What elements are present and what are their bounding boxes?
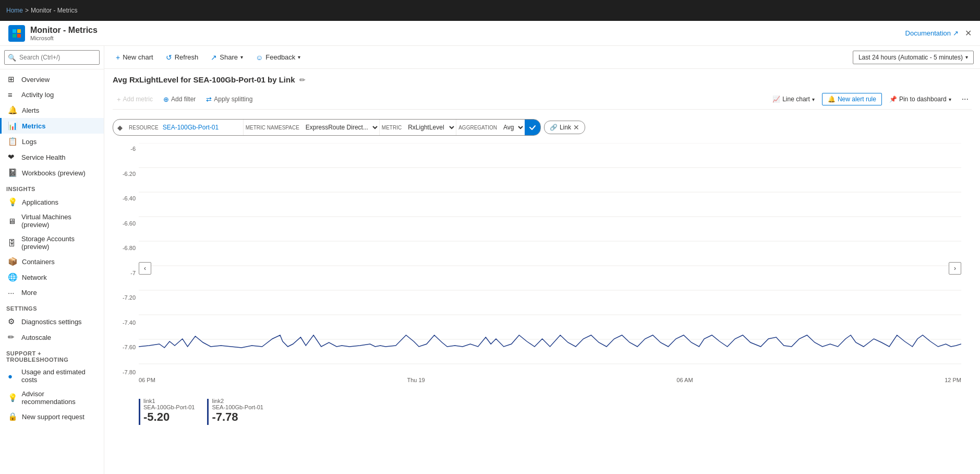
sidebar-item-servicehealth[interactable]: ❤ Service Health (0, 149, 104, 165)
chart-type-dropdown[interactable]: 📈 Line chart ▾ (768, 93, 819, 105)
app-logo (8, 25, 25, 42)
metric-namespace-select[interactable]: ExpressRoute Direct... (301, 120, 379, 135)
more-options-button[interactable]: ··· (959, 92, 972, 106)
chart-toolbar-right: 📈 Line chart ▾ 🔔 New alert rule 📌 Pin to… (768, 92, 972, 106)
breadcrumb-home[interactable]: Home (6, 7, 23, 14)
add-filter-button[interactable]: ⊕ Add filter (159, 93, 200, 105)
metric-scope-icon: ◆ (113, 124, 127, 132)
link-filter-badge[interactable]: 🔗 Link ✕ (544, 121, 585, 134)
metric-selector-outline: ◆ RESOURCE METRIC NAMESPACE ExpressRoute… (113, 119, 541, 136)
sidebar-item-network[interactable]: 🌐 Network (0, 269, 104, 285)
close-button[interactable]: ✕ (965, 28, 972, 38)
y-label-6: -7.20 (123, 294, 136, 301)
app-title: Monitor - Metrics (30, 26, 98, 35)
containers-icon: 📦 (8, 257, 18, 266)
refresh-button[interactable]: ↺ Refresh (161, 51, 204, 64)
splitting-icon: ⇄ (206, 96, 212, 103)
linechart-icon: 📈 (772, 96, 780, 103)
alerts-icon: 🔔 (8, 105, 18, 115)
vms-icon: 🖥 (8, 217, 17, 226)
sidebar-item-logs[interactable]: 📋 Logs (0, 134, 104, 149)
sidebar-item-alerts[interactable]: 🔔 Alerts (0, 102, 104, 118)
breadcrumb-sep: > (25, 7, 29, 14)
search-input[interactable] (4, 50, 100, 65)
metric-select[interactable]: RxLightLevel (404, 120, 456, 135)
new-chart-button[interactable]: + New chart (111, 51, 159, 64)
link-remove-icon[interactable]: ✕ (573, 123, 579, 132)
breadcrumb-current: Monitor - Metrics (31, 7, 77, 14)
metric-group: METRIC RxLightLevel (380, 120, 456, 135)
y-label-9: -7.80 (123, 369, 136, 375)
chart-legend: link1 SEA-100Gb-Port-01 -5.20 link2 SEA-… (113, 398, 972, 425)
sidebar-item-metrics[interactable]: 📊 Metrics (0, 118, 104, 134)
feedback-button[interactable]: ☺ Feedback ▾ (250, 51, 306, 64)
chart-wrapper: -6 -6.20 -6.40 -6.60 -6.80 -7 -7.20 -7.4… (113, 143, 972, 425)
y-label-5: -7 (130, 270, 136, 276)
chart-area: Avg RxLightLevel for SEA-100Gb-Port-01 b… (104, 69, 980, 474)
toolbar-right: Last 24 hours (Automatic - 5 minutes) ▾ (853, 51, 974, 64)
metric-selector: ◆ RESOURCE METRIC NAMESPACE ExpressRoute… (113, 115, 972, 140)
legend-info-0: link1 SEA-100Gb-Port-01 -5.20 (143, 398, 195, 424)
aggregation-group: AGGREGATION Avg (456, 120, 525, 135)
metrics-icon: 📊 (8, 121, 18, 131)
aggregation-select[interactable]: Avg (499, 120, 525, 135)
documentation-link[interactable]: Documentation ↗ (905, 29, 959, 37)
main-content: + New chart ↺ Refresh ↗ Share ▾ ☺ Feedba… (104, 46, 980, 474)
main-toolbar: + New chart ↺ Refresh ↗ Share ▾ ☺ Feedba… (104, 46, 980, 69)
share-button[interactable]: ↗ Share ▾ (205, 51, 248, 64)
sidebar-item-diagnostics[interactable]: ⚙ Diagnostics settings (0, 314, 104, 329)
chart-title-row: Avg RxLightLevel for SEA-100Gb-Port-01 b… (113, 75, 972, 84)
breadcrumb: Home > Monitor - Metrics (6, 7, 77, 14)
y-label-0: -6 (130, 146, 136, 152)
pin-dashboard-button[interactable]: 📌 Pin to dashboard ▾ (885, 93, 955, 105)
more-icon: ··· (8, 288, 17, 297)
y-label-2: -6.40 (123, 195, 136, 202)
plus-icon: + (116, 53, 120, 62)
sidebar-item-usage[interactable]: ● Usage and estimated costs (0, 365, 104, 387)
sidebar-item-activitylog[interactable]: ≡ Activity log (0, 87, 104, 102)
resource-input[interactable] (161, 123, 243, 132)
sidebar-item-overview[interactable]: ⊞ Overview (0, 72, 104, 87)
share-icon: ↗ (211, 53, 217, 62)
x-label-1: Thu 19 (407, 377, 425, 383)
sidebar-item-containers[interactable]: 📦 Containers (0, 254, 104, 269)
add-filter-icon: ⊕ (163, 96, 169, 103)
sidebar-item-applications[interactable]: 💡 Applications (0, 194, 104, 210)
feedback-icon: ☺ (256, 53, 263, 62)
sidebar-item-storage[interactable]: 🗄 Storage Accounts (preview) (0, 232, 104, 254)
search-wrap: 🔍 (4, 50, 100, 65)
chart-svg (139, 143, 961, 368)
edit-title-icon[interactable]: ✏ (299, 76, 306, 84)
sidebar-item-support[interactable]: 🔒 New support request (0, 409, 104, 424)
y-label-8: -7.60 (123, 344, 136, 350)
chart-toolbar: + Add metric ⊕ Add filter ⇄ Apply splitt… (113, 89, 972, 110)
new-alert-button[interactable]: 🔔 New alert rule (822, 93, 882, 105)
legend-item-0: link1 SEA-100Gb-Port-01 -5.20 (139, 398, 195, 425)
svg-rect-0 (13, 29, 16, 33)
chart-nav-right-button[interactable]: › (949, 262, 961, 275)
metric-ns-group: METRIC NAMESPACE ExpressRoute Direct... (244, 120, 379, 135)
app-subtitle: Microsoft (30, 35, 98, 41)
sidebar-item-vms[interactable]: 🖥 Virtual Machines (preview) (0, 210, 104, 232)
settings-section-label: Settings (0, 300, 104, 314)
servicehealth-icon: ❤ (8, 152, 17, 162)
y-label-7: -7.40 (123, 319, 136, 326)
metric-confirm-button[interactable] (525, 120, 540, 135)
sidebar-item-workbooks[interactable]: 📓 Workbooks (preview) (0, 165, 104, 181)
insights-section-label: Insights (0, 181, 104, 194)
svg-rect-1 (17, 29, 21, 33)
chart-nav-left-button[interactable]: ‹ (139, 262, 151, 275)
apply-splitting-button[interactable]: ⇄ Apply splitting (202, 93, 257, 105)
app-header: Monitor - Metrics Microsoft Documentatio… (0, 21, 980, 46)
app-header-left: Monitor - Metrics Microsoft (8, 25, 98, 42)
time-range-button[interactable]: Last 24 hours (Automatic - 5 minutes) ▾ (853, 51, 974, 64)
y-label-4: -6.80 (123, 245, 136, 251)
support-section-label: Support + Troubleshooting (0, 345, 104, 365)
add-metric-button[interactable]: + Add metric (113, 93, 157, 105)
sidebar-item-advisor[interactable]: 💡 Advisor recommendations (0, 387, 104, 409)
activitylog-icon: ≡ (8, 90, 17, 99)
sidebar-item-autoscale[interactable]: ✏ Autoscale (0, 329, 104, 345)
sidebar-item-more[interactable]: ··· More (0, 285, 104, 300)
x-label-0: 06 PM (139, 377, 155, 383)
svg-rect-3 (17, 34, 21, 38)
